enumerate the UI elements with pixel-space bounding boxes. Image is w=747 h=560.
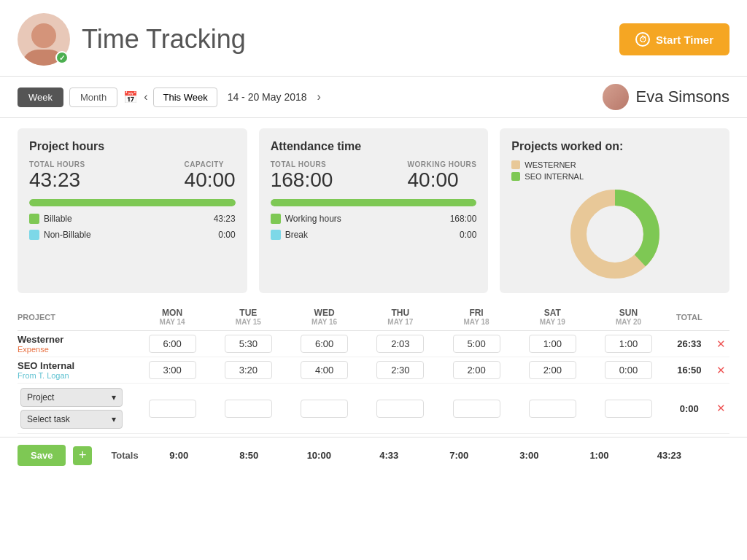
user-avatar [603,84,629,110]
tab-week[interactable]: Week [18,88,63,107]
new-mon-input[interactable] [149,400,196,418]
task-dropdown[interactable]: Select task ▾ [20,410,123,429]
delete-button[interactable]: ✕ [716,338,726,351]
wed-input[interactable] [301,335,348,353]
this-week-button[interactable]: This Week [153,88,217,107]
tue-input[interactable] [225,361,272,379]
start-timer-label: Start Timer [656,34,713,46]
total-sun: 1:00 [572,450,627,461]
start-timer-button[interactable]: ⏱ Start Timer [619,23,729,55]
task-dropdown-label: Select task [27,414,70,424]
donut-wrapper [511,187,718,281]
tue-cell [210,331,286,357]
new-total-cell: 0:00 [667,384,712,434]
nonbillable-row: Non-Billable 0:00 [29,230,236,240]
tue-input[interactable] [225,335,272,353]
sun-input[interactable] [605,361,652,379]
sat-input[interactable] [529,335,576,353]
totals-label: Totals [111,450,138,461]
attendance-title: Attendance time [271,140,477,153]
col-actions [712,303,729,331]
calendar-icon[interactable]: 📅 [123,90,138,104]
project-dropdown-label: Project [27,392,54,402]
delete-button[interactable]: ✕ [716,364,726,377]
total-cell: 26:33 [667,331,712,357]
sun-input[interactable] [605,335,652,353]
nonbillable-value: 0:00 [218,230,235,240]
new-thu-input[interactable] [376,400,424,418]
total-thu: 4:33 [362,450,417,461]
add-project-row: Project ▾ Select task ▾ 0:00 [18,384,729,434]
seo-legend: SEO INTERNAL [511,172,718,181]
mon-input[interactable] [149,361,196,379]
fri-input[interactable] [453,335,500,353]
add-project-cell: Project ▾ Select task ▾ [18,384,134,434]
wed-cell [286,357,362,384]
footer-row: Save + Totals 9:00 8:50 10:00 4:33 7:00 … [0,437,747,473]
sat-cell [514,331,590,357]
project-dropdown[interactable]: Project ▾ [20,388,123,407]
thu-cell [363,331,438,357]
tab-month[interactable]: Month [69,88,117,107]
mon-input[interactable] [149,335,196,353]
project-select-wrap: Project ▾ Select task ▾ [20,388,131,429]
donut-legends: WESTERNER SEO INTERNAL [511,160,718,181]
user-name: Eva Simsons [636,88,729,106]
capacity-value: 40:00 [185,168,236,192]
table-row: SEO Internal From T. Logan 16:50 ✕ [18,357,729,384]
col-mon: Mon May 14 [134,303,210,331]
delete-cell: ✕ [712,331,729,357]
new-sat-input[interactable] [529,400,576,418]
new-sat-cell [514,384,590,434]
new-sun-cell [590,384,666,434]
working-hours-legend-value: 168:00 [450,214,477,224]
projects-worked-card: Projects worked on: WESTERNER SEO INTERN… [500,128,729,293]
save-button[interactable]: Save [18,445,66,466]
total-hours-col: TOTAL HOURS 43:23 [29,160,85,192]
total-cell: 16:50 [667,357,712,384]
thu-input[interactable] [376,361,424,379]
sat-cell [514,357,590,384]
mon-cell [134,357,210,384]
break-label: Break [285,230,308,240]
project-sub: From T. Logan [18,371,131,380]
working-hours-label: WORKING HOURS [408,160,477,168]
new-delete-button[interactable]: ✕ [716,402,726,415]
prev-week-button[interactable]: ‹ [144,90,147,104]
thu-input[interactable] [376,335,424,353]
next-week-button[interactable]: › [317,90,321,104]
projects-worked-title: Projects worked on: [511,140,718,153]
tue-cell [210,357,286,384]
fri-cell [438,357,514,384]
new-tue-input[interactable] [225,400,272,418]
table-section: PROJECT Mon May 14 Tue May 15 Wed May 16… [0,303,747,434]
new-thu-cell [363,384,438,434]
col-wed: Wed May 16 [286,303,362,331]
capacity-col: CAPACITY 40:00 [185,160,236,192]
break-legend: Break [271,230,308,240]
col-sat: Sat May 19 [514,303,590,331]
date-range: 14 - 20 May 2018 [228,91,307,103]
total-mon: 9:00 [152,450,206,461]
header: Time Tracking ⏱ Start Timer [0,0,747,77]
header-left: Time Tracking [18,13,246,66]
new-sun-input[interactable] [605,400,652,418]
new-wed-input[interactable] [301,400,348,418]
working-hours-dot [271,214,281,224]
sat-input[interactable] [529,361,576,379]
total-sat: 3:00 [502,450,557,461]
thu-cell [363,357,438,384]
timer-icon: ⏱ [635,32,650,47]
nonbillable-dot [29,230,39,240]
project-info-cell: SEO Internal From T. Logan [18,357,134,384]
westerner-legend: WESTERNER [511,160,718,169]
cards-row: Project hours TOTAL HOURS 43:23 CAPACITY… [0,118,747,303]
new-fri-cell [438,384,514,434]
add-button[interactable]: + [73,446,92,465]
new-fri-input[interactable] [453,400,500,418]
attendance-total-label: TOTAL HOURS [271,160,333,168]
row-total: 26:33 [677,338,701,349]
total-tue: 8:50 [222,450,276,461]
wed-input[interactable] [301,361,348,379]
fri-input[interactable] [453,361,500,379]
